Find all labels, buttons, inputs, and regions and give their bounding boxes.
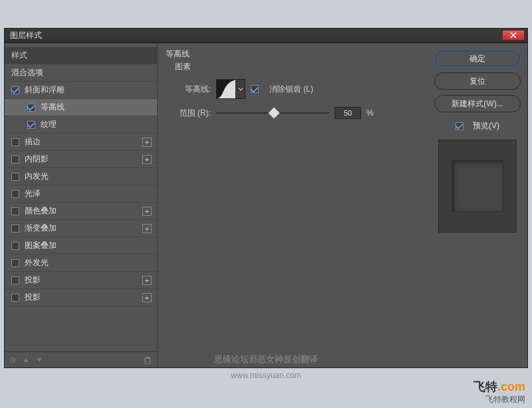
dialog-body: 样式 混合选项 斜面和浮雕 等高线 纹理 描边 + 内阴影 [4,43,528,368]
checkbox-icon[interactable] [11,190,19,198]
style-satin[interactable]: 光泽 [5,185,157,203]
new-style-button[interactable]: 新建样式(W)... [434,95,521,112]
style-label: 描边 [25,136,41,148]
add-effect-icon[interactable]: + [142,138,152,147]
checkbox-icon[interactable] [11,294,19,302]
ok-button[interactable]: 确定 [434,50,521,67]
style-label: 图案叠加 [25,240,57,251]
window-title: 图层样式 [10,30,42,41]
style-label: 内发光 [25,171,49,182]
checkbox-icon[interactable] [11,242,19,250]
style-label: 颜色叠加 [25,205,57,217]
antialias-checkbox[interactable] [251,85,259,93]
style-stroke[interactable]: 描边 + [5,134,157,151]
close-button[interactable] [502,30,525,41]
styles-header[interactable]: 样式 [5,47,157,64]
checkbox-icon[interactable] [11,173,19,181]
preview-area [438,140,517,233]
blend-options-row[interactable]: 混合选项 [5,64,157,82]
action-panel: 确定 复位 新建样式(W)... 预览(V) [428,43,527,367]
settings-panel: 等高线 图素 等高线: 消除锯齿 (L) 范围 (R): 50 % [158,43,428,367]
preview-checkbox[interactable] [456,122,464,130]
style-drop-shadow[interactable]: 投影 + [5,272,157,289]
style-label: 斜面和浮雕 [25,84,65,96]
preview-label: 预览(V) [473,120,499,132]
checkbox-icon[interactable] [11,225,19,233]
group-title: 等高线 [166,49,420,60]
style-label: 纹理 [41,119,57,130]
contour-row: 等高线: 消除锯齿 (L) [170,79,420,99]
add-effect-icon[interactable]: + [142,293,152,302]
checkbox-icon[interactable] [11,276,19,284]
group-subtitle: 图素 [175,61,420,72]
range-input[interactable]: 50 [334,107,361,119]
style-color-overlay[interactable]: 颜色叠加 + [5,203,157,220]
contour-preview-icon [216,79,236,99]
reset-button[interactable]: 复位 [434,72,521,90]
add-effect-icon[interactable]: + [142,207,152,216]
titlebar: 图层样式 [4,28,528,43]
add-effect-icon[interactable]: + [142,224,152,233]
chevron-down-icon [238,86,243,92]
add-effect-icon[interactable]: + [142,155,152,164]
range-row: 范围 (R): 50 % [170,107,420,119]
checkbox-icon[interactable] [11,259,19,267]
checkbox-icon[interactable] [11,86,19,94]
close-icon [510,32,517,39]
checkbox-icon[interactable] [27,121,35,129]
checkbox-icon[interactable] [11,138,19,146]
checkbox-icon[interactable] [11,155,19,163]
style-contour[interactable]: 等高线 [5,99,157,116]
watermark-url: www.missyuan.com [0,371,532,380]
style-drop-shadow-2[interactable]: 投影 + [5,289,157,306]
range-label: 范围 (R): [170,108,211,119]
range-slider[interactable] [216,108,329,118]
slider-thumb[interactable] [269,108,280,119]
style-label: 等高线 [41,102,65,113]
antialias-label: 消除锯齿 (L) [269,84,313,95]
dropdown-button[interactable] [236,79,245,99]
checkbox-icon[interactable] [27,104,35,112]
contour-picker[interactable] [216,79,245,99]
style-inner-glow[interactable]: 内发光 [5,168,157,185]
style-outer-glow[interactable]: 外发光 [5,255,157,272]
preview-swatch [452,160,503,212]
checkbox-icon[interactable] [11,207,19,215]
style-inner-shadow[interactable]: 内阴影 + [5,151,157,168]
style-label: 内阴影 [25,153,49,165]
style-texture[interactable]: 纹理 [5,116,157,134]
style-label: 投影 [25,274,41,286]
preview-toggle-row: 预览(V) [456,120,499,132]
style-label: 投影 [25,292,41,303]
brand-logo: 飞特.com 飞特教程网 [473,380,525,404]
range-unit: % [366,108,374,118]
styles-panel: 样式 混合选项 斜面和浮雕 等高线 纹理 描边 + 内阴影 [5,43,158,367]
styles-list: 样式 混合选项 斜面和浮雕 等高线 纹理 描边 + 内阴影 [5,43,157,352]
style-bevel-emboss[interactable]: 斜面和浮雕 [5,82,157,99]
style-label: 渐变叠加 [25,223,57,234]
add-effect-icon[interactable]: + [142,276,152,285]
watermark-text: 思缘论坛邪恶女神原创翻译 [0,354,532,365]
style-label: 外发光 [25,257,49,268]
style-label: 光泽 [25,188,41,199]
contour-label: 等高线: [170,84,211,95]
style-pattern-overlay[interactable]: 图案叠加 [5,237,157,255]
style-gradient-overlay[interactable]: 渐变叠加 + [5,220,157,237]
